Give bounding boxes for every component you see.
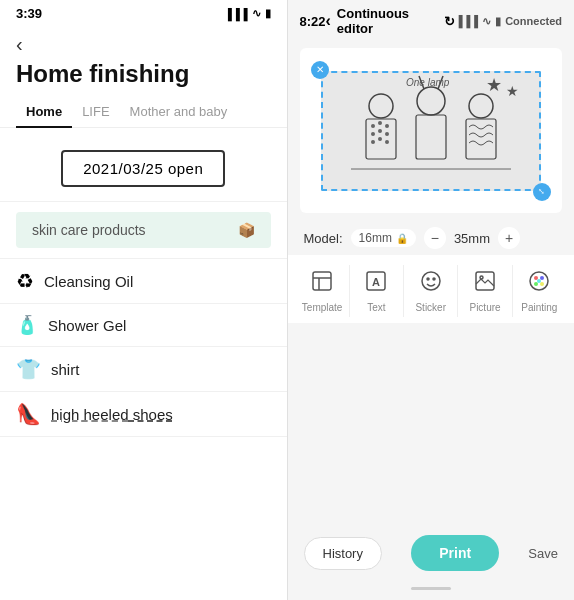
model-value: 16mm 🔒: [351, 229, 416, 247]
shoes-label: high heeled shoes: [51, 406, 173, 423]
shirt-label: shirt: [51, 361, 79, 378]
status-icons-left: ▐▐▐ ∿ ▮: [224, 7, 270, 20]
text-label: Text: [367, 302, 385, 313]
template-label: Template: [302, 302, 343, 313]
model-value-text: 16mm: [359, 231, 392, 245]
refresh-icon[interactable]: ↻: [444, 14, 455, 29]
sticker-icon: [419, 269, 443, 298]
connected-status: Connected: [505, 15, 562, 27]
list-item[interactable]: 👠 high heeled shoes: [0, 392, 287, 437]
toolbar-item-sticker[interactable]: Sticker: [403, 265, 457, 317]
status-right-right: ▐▐▐ ∿ ▮ Connected: [455, 15, 562, 28]
svg-point-29: [433, 278, 435, 280]
picture-label: Picture: [469, 302, 500, 313]
home-indicator: [288, 587, 575, 600]
svg-point-34: [540, 276, 544, 280]
canvas-inner: ★ ★: [321, 71, 541, 191]
cleansing-oil-icon: ♻: [16, 269, 34, 293]
skin-care-icon: 📦: [238, 222, 255, 238]
toolbar-item-template[interactable]: Template: [296, 265, 349, 317]
svg-point-33: [534, 276, 538, 280]
svg-point-37: [537, 279, 541, 283]
painting-label: Painting: [521, 302, 557, 313]
back-button-left[interactable]: ‹: [16, 33, 271, 56]
svg-point-27: [422, 272, 440, 290]
home-indicator-bar: [411, 587, 451, 590]
svg-text:A: A: [372, 276, 380, 288]
print-button[interactable]: Print: [411, 535, 499, 571]
template-icon: [310, 269, 334, 298]
editor-title: Continuous editor: [337, 6, 438, 36]
product-list: 2021/03/25 open skin care products 📦 ♻ C…: [0, 128, 287, 600]
list-item[interactable]: ♻ Cleansing Oil: [0, 259, 287, 304]
text-icon: A: [364, 269, 388, 298]
list-item[interactable]: 👕 shirt: [0, 347, 287, 392]
wifi-icon-left: ∿: [252, 7, 261, 20]
svg-point-28: [427, 278, 429, 280]
page-title: Home finishing: [16, 60, 271, 88]
time-left: 3:39: [16, 6, 42, 21]
svg-point-35: [534, 282, 538, 286]
battery-icon-right: ▮: [495, 15, 501, 28]
svg-point-36: [540, 282, 544, 286]
skin-care-label: skin care products: [32, 222, 146, 238]
picture-icon: [473, 269, 497, 298]
tabs-row: Home LIFE Mother and baby: [0, 98, 287, 128]
lock-icon: 🔒: [396, 233, 408, 244]
shirt-icon: 👕: [16, 357, 41, 381]
stepper-max-value: 35mm: [454, 231, 490, 246]
toolbar-item-picture[interactable]: Picture: [457, 265, 511, 317]
svg-rect-22: [313, 272, 331, 290]
canvas-resize-handle[interactable]: ⤡: [533, 183, 551, 201]
editor-title-bar: ‹ Continuous editor ↻: [326, 6, 455, 36]
list-item[interactable]: 2021/03/25 open: [0, 136, 287, 202]
canvas-selection-border: [321, 71, 541, 191]
toolbar-item-text[interactable]: A Text: [349, 265, 403, 317]
wifi-icon-right: ∿: [482, 15, 491, 28]
status-bar-left: 3:39 ▐▐▐ ∿ ▮: [0, 0, 287, 25]
toolbar-item-painting[interactable]: Painting: [512, 265, 566, 317]
tab-mother-baby[interactable]: Mother and baby: [120, 98, 238, 127]
svg-point-31: [480, 276, 483, 279]
left-panel: 3:39 ▐▐▐ ∿ ▮ ‹ Home finishing Home LIFE …: [0, 0, 287, 600]
stepper-minus-button[interactable]: −: [424, 227, 446, 249]
save-button[interactable]: Save: [528, 546, 558, 561]
tab-life[interactable]: LIFE: [72, 98, 119, 127]
shoes-icon: 👠: [16, 402, 41, 426]
date-open-label: 2021/03/25 open: [61, 150, 225, 187]
time-right: 8:22: [300, 14, 326, 29]
history-button[interactable]: History: [304, 537, 382, 570]
shower-gel-icon: 🧴: [16, 314, 38, 336]
left-header: ‹ Home finishing: [0, 25, 287, 98]
cleansing-oil-label: Cleansing Oil: [44, 273, 133, 290]
toolbar-row: Template A Text Sticker: [288, 255, 575, 323]
model-row: Model: 16mm 🔒 − 35mm +: [288, 221, 575, 255]
canvas-area: ★ ★: [300, 48, 563, 213]
battery-icon-left: ▮: [265, 7, 271, 20]
tab-home[interactable]: Home: [16, 98, 72, 127]
list-item[interactable]: skin care products 📦: [0, 202, 287, 259]
list-item[interactable]: 🧴 Shower Gel: [0, 304, 287, 347]
sticker-label: Sticker: [415, 302, 446, 313]
shower-gel-label: Shower Gel: [48, 317, 126, 334]
canvas-close-button[interactable]: ✕: [311, 61, 329, 79]
bottom-row: History Print Save: [288, 525, 575, 587]
model-label: Model:: [304, 231, 343, 246]
right-panel: 8:22 ‹ Continuous editor ↻ ▐▐▐ ∿ ▮ Conne…: [288, 0, 575, 600]
signal-icon-left: ▐▐▐: [224, 8, 247, 20]
status-bar-right: 8:22 ‹ Continuous editor ↻ ▐▐▐ ∿ ▮ Conne…: [288, 0, 575, 40]
back-button-right[interactable]: ‹: [326, 12, 331, 30]
signal-icon-right: ▐▐▐: [455, 15, 478, 27]
painting-icon: [527, 269, 551, 298]
stepper-plus-button[interactable]: +: [498, 227, 520, 249]
skin-care-box: skin care products 📦: [16, 212, 271, 248]
